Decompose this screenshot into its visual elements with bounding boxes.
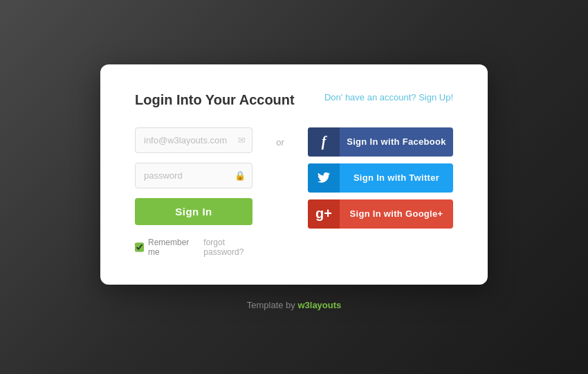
- remember-me-label[interactable]: Remember me: [135, 238, 190, 257]
- facebook-btn-label: Sign In with Facebook: [340, 136, 453, 147]
- facebook-icon: f: [308, 127, 340, 157]
- password-input-wrapper: 🔒: [135, 163, 252, 188]
- card-body: ✉ 🔒 Sign In Remember me forgot password?…: [135, 127, 453, 257]
- card-header: Login Into Your Account Don' have an acc…: [135, 92, 453, 108]
- remember-row: Remember me forgot password?: [135, 238, 252, 257]
- footer-text: Template by: [247, 300, 298, 310]
- remember-me-text: Remember me: [148, 238, 190, 257]
- google-icon: g+: [308, 199, 340, 229]
- signin-button[interactable]: Sign In: [135, 198, 252, 225]
- signup-link[interactable]: Don' have an account? Sign Up!: [324, 92, 453, 103]
- google-btn-label: Sign In with Google+: [340, 208, 453, 219]
- email-input[interactable]: [135, 127, 252, 153]
- login-card: Login Into Your Account Don' have an acc…: [100, 64, 488, 285]
- twitter-icon: [308, 163, 340, 193]
- google-signin-button[interactable]: g+ Sign In with Google+: [308, 199, 453, 229]
- email-input-wrapper: ✉: [135, 127, 252, 153]
- twitter-signin-button[interactable]: Sign In with Twitter: [308, 163, 453, 193]
- or-divider: or: [273, 127, 287, 148]
- forgot-password-link[interactable]: forgot password?: [203, 238, 252, 257]
- lock-icon: 🔒: [235, 170, 246, 181]
- left-column: ✉ 🔒 Sign In Remember me forgot password?: [135, 127, 252, 257]
- right-column: f Sign In with Facebook Sign In with Twi…: [308, 127, 453, 229]
- brand-link[interactable]: w3layouts: [297, 300, 341, 310]
- remember-me-checkbox[interactable]: [135, 242, 144, 252]
- twitter-btn-label: Sign In with Twitter: [340, 172, 453, 183]
- card-title: Login Into Your Account: [135, 92, 295, 108]
- footer: Template by w3layouts: [247, 300, 342, 310]
- email-icon: ✉: [238, 135, 246, 145]
- facebook-signin-button[interactable]: f Sign In with Facebook: [308, 127, 453, 157]
